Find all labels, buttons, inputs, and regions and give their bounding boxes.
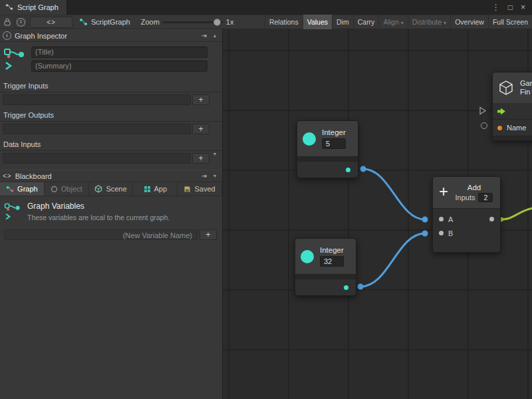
graph-variables-subtitle: These variables are local to the current… [27,213,170,221]
blackboard-toggle-button[interactable]: <> [30,17,72,28]
integer-node-2[interactable]: Integer 32 [295,238,356,296]
integer-value-field[interactable]: 5 [322,138,346,149]
node-title-line1: Gam [520,79,532,88]
value-port-outline-icon[interactable] [481,122,487,129]
dock-icon[interactable]: ⇥ [201,172,207,180]
inputs-count-field[interactable]: 2 [478,193,493,202]
window-tab[interactable]: Script Graph [0,0,67,15]
tab-object-label: Object [61,185,82,193]
tab-object[interactable]: Object [45,182,89,196]
add-node[interactable]: + Add Inputs 2 A [432,176,501,253]
dim-label: Dim [336,18,349,26]
scene-tab-icon [94,185,102,193]
graph-title-input[interactable]: (Title) [31,47,207,58]
values-button[interactable]: Values [303,15,332,29]
scroll-up-icon[interactable]: ▲ [210,33,219,38]
wire-int1-to-add-a[interactable] [363,169,425,219]
carry-button[interactable]: Carry [353,15,379,29]
node-title: Add [467,184,481,192]
window-close-icon[interactable]: × [521,3,525,12]
unity-script-graph-window: Script Graph ⋮ □ × i <> ScriptGraph Zoom [0,0,532,399]
relations-button[interactable]: Relations [265,15,303,29]
port-b-label: B [448,229,453,237]
graph-inspector-header: i Graph Inspector ⇥ ▲ [0,29,222,42]
tab-scene[interactable]: Scene [89,182,134,196]
add-input-port-b[interactable] [439,231,444,235]
trigger-port-outline-icon[interactable] [479,106,487,115]
trigger-outputs-list[interactable] [3,124,191,134]
dock-icon[interactable]: ⇥ [201,32,207,39]
integer-output-port[interactable] [346,168,350,172]
integer-type-icon [301,250,314,263]
trigger-arrow-icon[interactable] [497,108,506,115]
new-variable-input[interactable]: (New Variable Name) [4,229,198,240]
node-title: Integer [320,246,344,254]
graph-name-label: ScriptGraph [91,18,130,26]
graph-canvas[interactable]: Integer 5 Integer 32 [223,29,532,399]
wire-int2-to-add-b[interactable] [360,233,425,287]
title-bar: Script Graph ⋮ □ × [0,0,532,15]
tab-graph[interactable]: Graph [0,182,45,196]
tab-graph-label: Graph [17,185,38,193]
name-input-port[interactable] [497,126,502,130]
scroll-down-icon[interactable]: ▼ [210,174,219,178]
integer-value-field[interactable]: 32 [320,256,344,267]
align-button[interactable]: Align ▾ [378,15,407,29]
integer-output-port[interactable] [344,285,348,290]
graph-tab-icon [5,3,13,11]
graph-variables-icon [3,47,26,72]
node-title-line2: Fin [520,88,532,96]
wire-endpoint[interactable] [358,284,364,290]
find-node[interactable]: Gam Fin Name [492,72,532,141]
overview-button[interactable]: Overview [450,15,488,29]
data-inputs-list[interactable] [3,153,191,164]
zoom-slider[interactable] [163,15,223,29]
graph-breadcrumb[interactable]: ScriptGraph [79,18,130,26]
fullscreen-button[interactable]: Full Screen [488,15,532,29]
chevron-down-icon: ▾ [444,20,446,26]
object-tab-icon [51,186,58,193]
graph-summary-input[interactable]: (Summary) [31,61,207,72]
integer-node-1[interactable]: Integer 5 [297,120,358,178]
dim-button[interactable]: Dim [332,15,353,29]
graph-summary-block: (Title) (Summary) [0,42,222,76]
blackboard-header: <> Blackboard ⇥ ▼ [0,170,222,182]
window-menu-icon[interactable]: ⋮ [492,3,500,12]
trigger-outputs-add-button[interactable]: + [192,124,209,134]
distribute-label: Distribute [412,18,442,26]
port-name-label: Name [507,124,526,132]
new-variable-add-button[interactable]: + [200,229,217,240]
add-icon: + [439,184,448,200]
trigger-inputs-list[interactable] [3,94,191,105]
add-output-port[interactable] [489,217,494,221]
relations-label: Relations [269,18,299,26]
window-maximize-icon[interactable]: □ [508,3,513,12]
inputs-label: Inputs [456,194,475,201]
wire-add-output[interactable] [501,208,532,219]
scroll-down-icon[interactable]: ▼ [210,152,219,156]
wire-endpoint[interactable] [422,217,428,223]
tab-saved[interactable]: Saved [178,182,222,196]
app-tab-icon [144,186,151,193]
overview-label: Overview [455,18,484,26]
wire-endpoint[interactable] [422,231,428,237]
window-tab-label: Script Graph [17,3,59,11]
toolbar-buttons: Relations Values Dim Carry Align ▾ Distr… [265,15,532,29]
add-input-port-a[interactable] [439,217,444,221]
chevron-down-icon: ▾ [401,20,404,26]
tab-app[interactable]: App [133,182,178,196]
fullscreen-label: Full Screen [493,18,528,26]
lock-icon[interactable] [3,17,11,27]
trigger-outputs-section: Trigger Outputs + [0,110,222,134]
graph-meta-fields: (Title) (Summary) [31,47,207,72]
cube-icon [498,80,514,96]
inspector-toggle-button[interactable]: i [15,17,27,28]
zoom-value: 1x [226,18,234,26]
zoom-slider-knob[interactable] [213,19,221,26]
trigger-inputs-add-button[interactable]: + [192,94,209,105]
graph-inspector-title: Graph Inspector [15,32,67,40]
values-label: Values [307,18,328,26]
data-inputs-add-button[interactable]: + [192,153,209,164]
wire-endpoint[interactable] [360,166,366,172]
distribute-button[interactable]: Distribute ▾ [408,15,450,29]
